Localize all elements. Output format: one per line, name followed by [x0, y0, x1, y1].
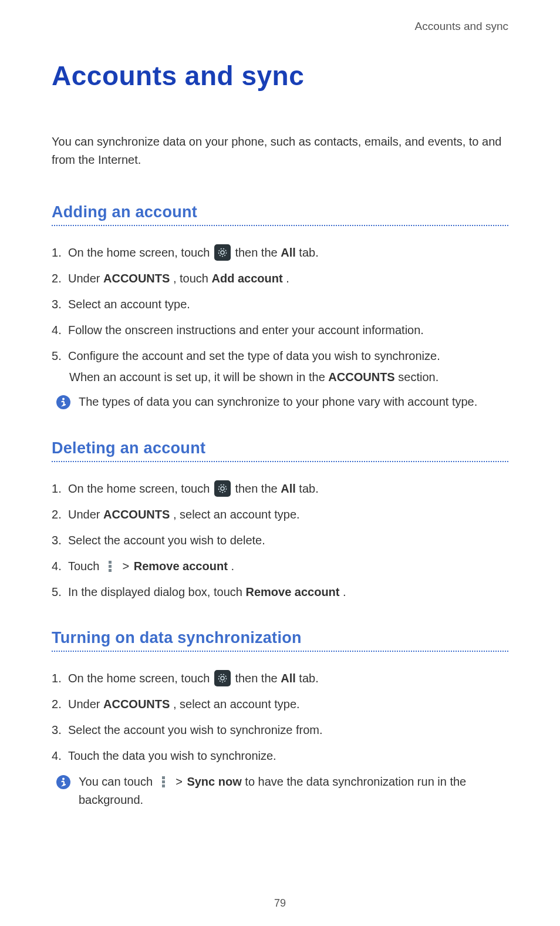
step-text-bold: ACCOUNTS	[103, 508, 170, 521]
page-title: Accounts and sync	[52, 60, 508, 92]
step-text: tab.	[299, 672, 318, 685]
section-heading-sync: Turning on data synchronization	[52, 629, 508, 647]
step-text-bold: All	[281, 246, 296, 259]
svg-rect-17	[162, 780, 165, 783]
step-text: then the	[235, 672, 281, 685]
svg-rect-0	[214, 244, 231, 261]
step-text: .	[286, 272, 289, 285]
step-item: Touch > Remove account .	[52, 557, 508, 575]
section-heading-deleting: Deleting an account	[52, 439, 508, 457]
step-text-bold: Add account	[212, 272, 283, 285]
step-text: On the home screen, touch	[68, 482, 213, 495]
info-icon	[55, 774, 72, 790]
step-text: tab.	[299, 482, 318, 495]
step-text: When an account is set up, it will be sh…	[69, 371, 328, 383]
step-item: Under ACCOUNTS , select an account type.	[52, 695, 508, 713]
svg-rect-9	[109, 565, 112, 568]
step-text: section.	[398, 371, 438, 383]
step-item: Configure the account and set the type o…	[52, 347, 508, 386]
step-item: Touch the data you wish to synchronize.	[52, 747, 508, 765]
step-item: Under ACCOUNTS , touch Add account .	[52, 270, 508, 287]
step-item: Select the account you wish to synchroni…	[52, 721, 508, 739]
info-icon	[55, 394, 72, 410]
step-item: In the displayed dialog box, touch Remov…	[52, 583, 508, 601]
step-text: Under	[68, 698, 103, 711]
settings-icon	[214, 480, 231, 497]
svg-rect-16	[162, 776, 165, 779]
step-text: .	[343, 585, 346, 598]
svg-rect-8	[109, 561, 112, 564]
step-text: , touch	[173, 272, 212, 285]
svg-rect-5	[214, 480, 231, 497]
step-item: Select an account type.	[52, 295, 508, 313]
step-text-bold: Remove account	[245, 585, 339, 598]
step-text: Touch	[68, 560, 103, 573]
step-text: then the	[235, 482, 281, 495]
note-text: You can touch > Sync now to have the dat…	[79, 773, 508, 809]
page-number: 79	[0, 897, 560, 910]
step-item: Under ACCOUNTS , select an account type.	[52, 506, 508, 523]
steps-sync: On the home screen, touch then the All t…	[52, 669, 508, 765]
step-item: On the home screen, touch then the All t…	[52, 480, 508, 497]
step-item: Select the account you wish to delete.	[52, 531, 508, 549]
svg-rect-18	[162, 784, 165, 787]
caret: >	[176, 775, 183, 788]
step-text-bold: All	[281, 672, 296, 685]
svg-rect-10	[109, 569, 112, 572]
section-divider	[52, 651, 508, 652]
step-text-bold: ACCOUNTS	[328, 371, 394, 383]
settings-icon	[214, 244, 231, 261]
step-item: On the home screen, touch then the All t…	[52, 244, 508, 261]
step-item: Follow the onscreen instructions and ent…	[52, 321, 508, 339]
step-text-bold: ACCOUNTS	[103, 698, 170, 711]
svg-point-4	[62, 398, 65, 400]
step-text: On the home screen, touch	[68, 246, 213, 259]
step-text: , select an account type.	[173, 698, 300, 711]
step-text-bold: ACCOUNTS	[103, 272, 170, 285]
step-text: Under	[68, 272, 103, 285]
step-text: Configure the account and set the type o…	[68, 349, 440, 362]
step-substep: When an account is set up, it will be sh…	[68, 368, 508, 386]
step-text: then the	[235, 246, 281, 259]
step-text: In the displayed dialog box, touch	[68, 585, 245, 598]
running-head: Accounts and sync	[52, 20, 508, 33]
note-text-part: You can touch	[79, 775, 156, 788]
caret: >	[123, 560, 130, 573]
section-divider	[52, 461, 508, 462]
overflow-menu-icon	[106, 558, 114, 574]
steps-deleting: On the home screen, touch then the All t…	[52, 480, 508, 601]
info-note: You can touch > Sync now to have the dat…	[52, 773, 508, 809]
settings-icon	[214, 670, 231, 686]
info-note: The types of data you can synchronize to…	[52, 393, 508, 411]
steps-adding: On the home screen, touch then the All t…	[52, 244, 508, 386]
step-text-bold: Remove account	[134, 560, 228, 573]
step-text: .	[231, 560, 234, 573]
section-divider	[52, 225, 508, 226]
page-intro: You can synchronize data on your phone, …	[52, 133, 508, 169]
step-text: tab.	[299, 246, 318, 259]
note-text-bold: Sync now	[187, 775, 241, 788]
step-text: , select an account type.	[173, 508, 300, 521]
step-text-bold: All	[281, 482, 296, 495]
svg-point-15	[62, 778, 65, 780]
svg-rect-11	[214, 670, 231, 686]
step-item: On the home screen, touch then the All t…	[52, 669, 508, 687]
step-text: On the home screen, touch	[68, 672, 213, 685]
overflow-menu-icon	[160, 773, 168, 790]
section-heading-adding: Adding an account	[52, 203, 508, 221]
note-text: The types of data you can synchronize to…	[79, 393, 508, 411]
step-text: Under	[68, 508, 103, 521]
